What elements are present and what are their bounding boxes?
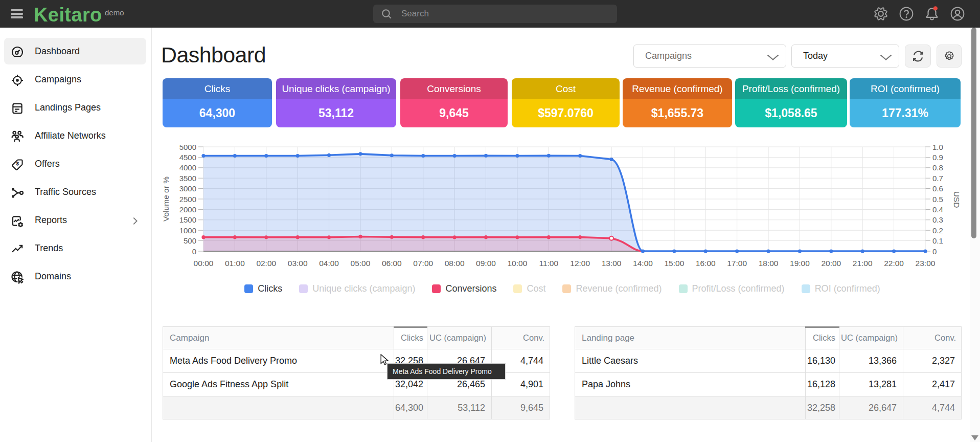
svg-text:0.2: 0.2 — [932, 226, 943, 235]
svg-text:03:00: 03:00 — [288, 259, 308, 268]
svg-text:22:00: 22:00 — [884, 259, 904, 268]
svg-text:0.3: 0.3 — [932, 215, 943, 224]
svg-text:18:00: 18:00 — [759, 259, 779, 268]
svg-text:17:00: 17:00 — [727, 259, 747, 268]
svg-text:02:00: 02:00 — [256, 259, 276, 268]
svg-text:10:00: 10:00 — [508, 259, 528, 268]
svg-text:15:00: 15:00 — [664, 259, 684, 268]
svg-text:Volume or %: Volume or % — [162, 176, 170, 222]
svg-text:00:00: 00:00 — [194, 259, 214, 268]
svg-text:$: $ — [16, 161, 19, 166]
svg-text:4500: 4500 — [179, 153, 196, 162]
svg-text:06:00: 06:00 — [382, 259, 402, 268]
svg-text:09:00: 09:00 — [476, 259, 496, 268]
svg-text:1.0: 1.0 — [932, 143, 943, 151]
svg-text:23:00: 23:00 — [916, 259, 936, 268]
svg-text:14:00: 14:00 — [633, 259, 653, 268]
svg-text:16:00: 16:00 — [696, 259, 716, 268]
svg-text:20:00: 20:00 — [821, 259, 841, 268]
svg-text:1500: 1500 — [179, 215, 196, 224]
svg-text:05:00: 05:00 — [351, 259, 371, 268]
svg-text:3000: 3000 — [179, 184, 196, 193]
svg-text:4000: 4000 — [179, 163, 196, 172]
svg-text:0.7: 0.7 — [932, 174, 943, 183]
svg-text:08:00: 08:00 — [445, 259, 465, 268]
svg-text:2500: 2500 — [179, 195, 196, 204]
svg-text:3500: 3500 — [179, 174, 196, 183]
svg-text:2000: 2000 — [179, 205, 196, 214]
svg-text:21:00: 21:00 — [853, 259, 873, 268]
svg-text:0.1: 0.1 — [932, 236, 943, 245]
svg-text:0.8: 0.8 — [932, 163, 943, 172]
svg-text:5000: 5000 — [179, 143, 196, 151]
svg-text:01:00: 01:00 — [225, 259, 245, 268]
svg-text:0.5: 0.5 — [932, 195, 943, 204]
svg-text:07:00: 07:00 — [413, 259, 433, 268]
svg-text:0.9: 0.9 — [932, 153, 943, 162]
svg-text:12:00: 12:00 — [570, 259, 590, 268]
svg-text:0.6: 0.6 — [932, 184, 943, 193]
svg-text:1000: 1000 — [179, 226, 196, 235]
svg-text:13:00: 13:00 — [602, 259, 622, 268]
svg-text:USD: USD — [952, 191, 961, 208]
svg-text:19:00: 19:00 — [790, 259, 810, 268]
svg-text:500: 500 — [184, 236, 196, 245]
svg-text:11:00: 11:00 — [539, 259, 558, 268]
svg-text:0.4: 0.4 — [932, 205, 943, 214]
svg-text:0: 0 — [932, 247, 937, 256]
svg-text:0: 0 — [192, 247, 196, 256]
svg-text:04:00: 04:00 — [319, 259, 339, 268]
